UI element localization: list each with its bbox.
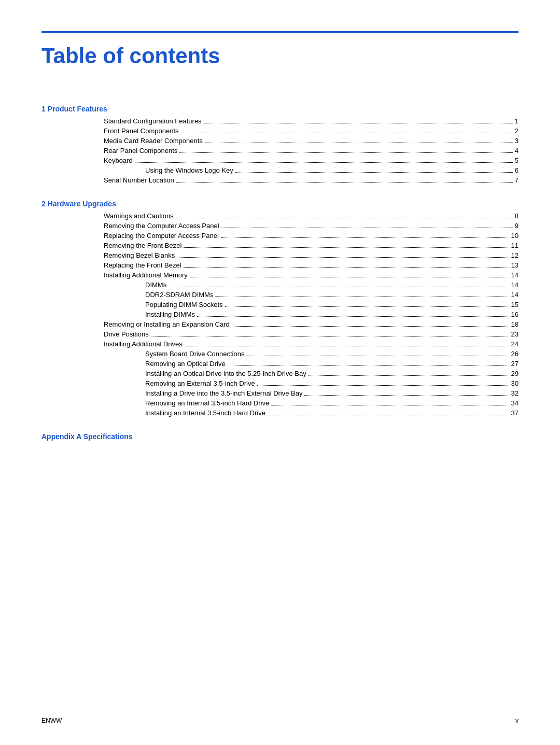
toc-entry[interactable]: Removing or Installing an Expansion Card… [41,320,519,328]
toc-entry[interactable]: Replacing the Computer Access Panel10 [41,232,519,240]
toc-dots [257,385,509,386]
toc-entry[interactable]: Installing DIMMs16 [41,311,519,318]
toc-dots [204,123,513,123]
toc-entry-text: Replacing the Computer Access Panel [104,232,219,240]
toc-entry-text: Removing an Optical Drive [145,360,226,368]
toc-page-number: 7 [515,176,519,184]
toc-entry[interactable]: Warnings and Cautions8 [41,212,519,220]
toc-dots [304,395,509,396]
toc-dots [169,287,509,287]
toc-entry-text: Installing an Optical Drive into the 5.2… [145,370,306,377]
toc-dots [190,277,509,277]
section-1: 1 Product FeaturesStandard Configuration… [41,105,519,184]
footer: ENWW v [41,717,519,724]
toc-page-number: 2 [515,127,519,135]
toc-dots [215,297,509,297]
toc-entry-text: Front Panel Components [104,127,179,135]
toc-entry-text: Removing or Installing an Expansion Card [104,320,230,328]
toc-dots [179,152,512,153]
toc-sections: 1 Product FeaturesStandard Configuration… [41,105,519,441]
toc-dots [151,336,509,336]
toc-page-number: 13 [511,261,519,269]
toc-page-number: 15 [511,301,519,308]
toc-entry-text: Replacing the Front Bezel [104,261,181,269]
toc-dots [181,133,513,133]
toc-dots [184,267,509,268]
toc-dots [135,162,513,163]
toc-entry-text: Populating DIMM Sockets [145,301,223,308]
toc-page-number: 1 [515,117,519,125]
toc-dots [185,346,509,346]
toc-page-number: 29 [511,370,519,377]
toc-dots [184,247,509,248]
toc-entry[interactable]: Installing Additional Memory14 [41,271,519,279]
section-appendix-heading[interactable]: Appendix A Specifications [41,432,519,441]
section-2-heading[interactable]: 2 Hardware Upgrades [41,200,519,208]
toc-dots [221,237,509,238]
toc-entry[interactable]: Standard Configuration Features1 [41,117,519,125]
toc-page-number: 18 [511,320,519,328]
toc-dots [177,257,509,258]
toc-entry[interactable]: Removing an Internal 3.5-inch Hard Drive… [41,399,519,407]
toc-entry[interactable]: System Board Drive Connections26 [41,350,519,358]
toc-entry[interactable]: Drive Positions23 [41,330,519,338]
toc-entry[interactable]: Replacing the Front Bezel13 [41,261,519,269]
toc-entry-text: Using the Windows Logo Key [145,166,233,174]
toc-entry[interactable]: DDR2-SDRAM DIMMs14 [41,291,519,299]
toc-entry[interactable]: Using the Windows Logo Key6 [41,166,519,174]
toc-entry[interactable]: Removing an Optical Drive27 [41,360,519,368]
toc-entry-text: Warnings and Cautions [104,212,174,220]
toc-entry[interactable]: Rear Panel Components4 [41,147,519,154]
toc-entry-text: Keyboard [104,157,133,164]
toc-entry-text: System Board Drive Connections [145,350,244,358]
toc-dots [176,218,513,218]
toc-entry[interactable]: Installing a Drive into the 3.5-inch Ext… [41,389,519,397]
footer-right: v [515,717,519,724]
footer-left: ENWW [41,717,62,724]
toc-entry[interactable]: Keyboard5 [41,157,519,164]
page-title: Table of contents [41,44,519,74]
section-1-heading[interactable]: 1 Product Features [41,105,519,113]
toc-page-number: 14 [511,281,519,289]
toc-entry-text: Removing an Internal 3.5-inch Hard Drive [145,399,269,407]
toc-entry[interactable]: Removing an External 3.5-inch Drive30 [41,379,519,387]
toc-entry[interactable]: Media Card Reader Components3 [41,137,519,145]
toc-dots [232,326,509,327]
toc-dots [197,316,509,317]
toc-page-number: 8 [515,212,519,220]
toc-entry-text: Installing DIMMs [145,311,195,318]
toc-entry[interactable]: Installing Additional Drives24 [41,340,519,348]
toc-entry-text: Removing the Front Bezel [104,242,181,249]
toc-page-number: 6 [515,166,519,174]
toc-entry-text: Installing a Drive into the 3.5-inch Ext… [145,389,302,397]
toc-entry-text: Installing Additional Memory [104,271,188,279]
toc-entry[interactable]: Serial Number Location7 [41,176,519,184]
toc-dots [235,172,513,173]
toc-entry[interactable]: Front Panel Components2 [41,127,519,135]
toc-entry[interactable]: Removing Bezel Blanks12 [41,251,519,259]
toc-entry[interactable]: DIMMs14 [41,281,519,289]
toc-page-number: 14 [511,291,519,299]
toc-page-number: 32 [511,389,519,397]
toc-entry-text: Installing Additional Drives [104,340,183,348]
toc-entry[interactable]: Removing the Computer Access Panel9 [41,222,519,230]
toc-page-number: 37 [511,409,519,417]
toc-page-number: 30 [511,379,519,387]
toc-dots [268,415,509,415]
toc-entry[interactable]: Populating DIMM Sockets15 [41,301,519,308]
toc-entry[interactable]: Installing an Internal 3.5-inch Hard Dri… [41,409,519,417]
toc-page-number: 24 [511,340,519,348]
toc-entry[interactable]: Installing an Optical Drive into the 5.2… [41,370,519,377]
toc-page-number: 23 [511,330,519,338]
toc-dots [205,143,513,143]
section-appendix: Appendix A Specifications [41,432,519,441]
toc-dots [309,375,509,376]
section-2: 2 Hardware UpgradesWarnings and Cautions… [41,200,519,417]
top-rule [41,31,519,33]
toc-dots [225,306,509,307]
toc-entry[interactable]: Removing the Front Bezel11 [41,242,519,249]
toc-entry-text: Serial Number Location [104,176,174,184]
toc-entry-text: Drive Positions [104,330,149,338]
toc-page-number: 16 [511,311,519,318]
toc-entry-text: Installing an Internal 3.5-inch Hard Dri… [145,409,265,417]
